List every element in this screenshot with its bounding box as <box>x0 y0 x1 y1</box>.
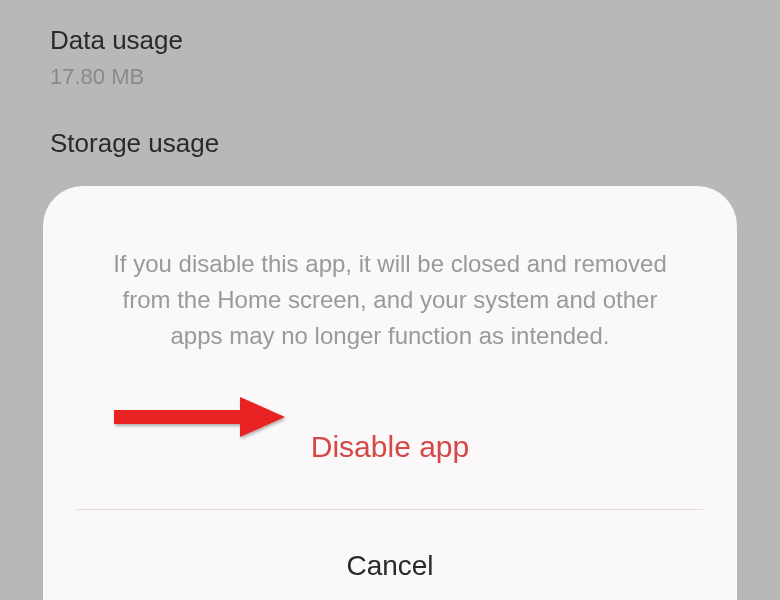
dialog-message: If you disable this app, it will be clos… <box>93 246 687 354</box>
cancel-button[interactable]: Cancel <box>93 510 687 600</box>
data-usage-value: 17.80 MB <box>50 64 730 90</box>
svg-rect-0 <box>114 410 246 424</box>
data-usage-item: Data usage 17.80 MB <box>50 25 730 90</box>
storage-usage-item: Storage usage <box>50 128 730 159</box>
svg-marker-1 <box>240 397 285 437</box>
storage-usage-label: Storage usage <box>50 128 730 159</box>
annotation-arrow-icon <box>110 392 290 442</box>
data-usage-label: Data usage <box>50 25 730 56</box>
